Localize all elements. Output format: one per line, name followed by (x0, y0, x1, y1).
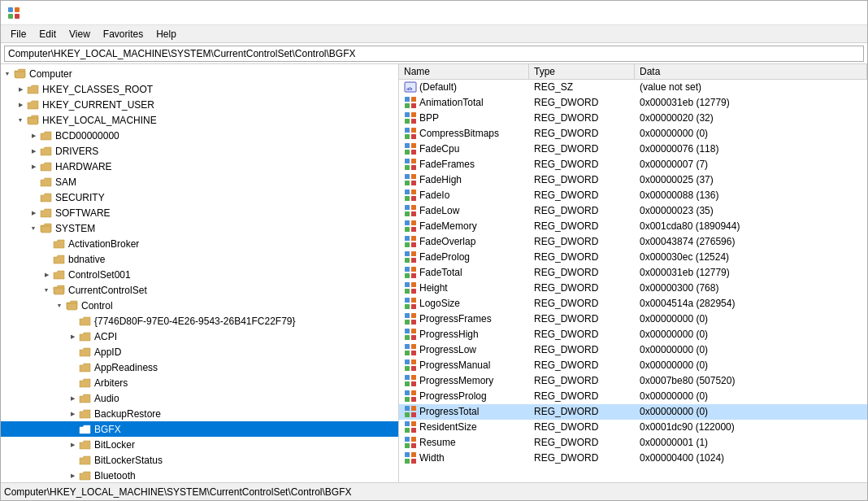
svg-rect-87 (411, 406, 416, 411)
tree-label-activationbroker: ActivationBroker (68, 238, 139, 250)
tree-item-bgfx[interactable]: BGFX (1, 421, 398, 437)
expand-arrow-drivers[interactable]: ▶ (27, 145, 40, 158)
expand-arrow-acpi[interactable]: ▶ (66, 330, 79, 343)
expand-arrow-bdnative[interactable] (40, 253, 53, 266)
col-header-name[interactable]: Name (399, 64, 529, 79)
tree-item-currentcontrolset[interactable]: ▼ CurrentControlSet (1, 282, 398, 298)
detail-row-progressmemory[interactable]: ProgressMemoryREG_DWORD0x0007be80 (50752… (399, 373, 867, 389)
tree-item-bcd[interactable]: ▶ BCD00000000 (1, 128, 398, 143)
maximize-button[interactable] (784, 1, 822, 25)
tree-item-computer[interactable]: ▼ Computer (1, 66, 398, 81)
tree-item-drivers[interactable]: ▶ DRIVERS (1, 143, 398, 159)
detail-row-progressframes[interactable]: ProgressFramesREG_DWORD0x00000000 (0) (399, 311, 867, 327)
tree-item-hkcr[interactable]: ▶ HKEY_CLASSES_ROOT (1, 81, 398, 97)
expand-arrow-hardware[interactable]: ▶ (27, 160, 40, 173)
menu-item-edit[interactable]: Edit (33, 27, 63, 41)
expand-arrow-backuprestore[interactable]: ▶ (66, 407, 79, 420)
expand-arrow-security[interactable] (27, 191, 40, 204)
tree-item-appid[interactable]: AppID (1, 344, 398, 359)
detail-row-progressmanual[interactable]: ProgressManualREG_DWORD0x00000000 (0) (399, 358, 867, 373)
expand-arrow-bgfx[interactable] (66, 423, 79, 436)
detail-row-bpp[interactable]: BPPREG_DWORD0x00000020 (32) (399, 111, 867, 126)
tree-item-bitlocker[interactable]: ▶ BitLocker (1, 437, 398, 452)
detail-row-progresstotal[interactable]: ProgressTotalREG_DWORD0x00000000 (0) (399, 404, 867, 420)
folder-icon-control (66, 300, 79, 311)
detail-row--default-[interactable]: ab (Default)REG_SZ(value not set) (399, 80, 867, 95)
detail-row-residentsize[interactable]: ResidentSizeREG_DWORD0x0001dc90 (122000) (399, 420, 867, 435)
expand-arrow-bitlockerstatus[interactable] (66, 454, 79, 467)
tree-item-activationbroker[interactable]: ActivationBroker (1, 236, 398, 251)
tree-item-hkcu[interactable]: ▶ HKEY_CURRENT_USER (1, 97, 398, 112)
detail-row-fadememory[interactable]: FadeMemoryREG_DWORD0x001cda80 (1890944) (399, 219, 867, 234)
tree-item-arbiters[interactable]: Arbiters (1, 375, 398, 390)
tree-item-control[interactable]: ▼ Control (1, 298, 398, 313)
address-input[interactable] (4, 46, 864, 62)
tree-item-appreadiness[interactable]: AppReadiness (1, 359, 398, 375)
tree-item-sam[interactable]: SAM (1, 174, 398, 190)
expand-arrow-computer[interactable]: ▼ (1, 68, 14, 81)
detail-row-fadelow[interactable]: FadeLowREG_DWORD0x00000023 (35) (399, 203, 867, 219)
detail-row-fadeframes[interactable]: FadeFramesREG_DWORD0x00000007 (7) (399, 157, 867, 172)
detail-row-fadeio[interactable]: FadeIoREG_DWORD0x00000088 (136) (399, 188, 867, 203)
tree-item-bdnative[interactable]: bdnative (1, 251, 398, 267)
expand-arrow-guid[interactable] (66, 315, 79, 328)
expand-arrow-software[interactable]: ▶ (27, 207, 40, 220)
detail-row-compressbitmaps[interactable]: CompressBitmapsREG_DWORD0x00000000 (0) (399, 126, 867, 142)
menu-item-help[interactable]: Help (150, 27, 183, 41)
tree-item-software[interactable]: ▶ SOFTWARE (1, 205, 398, 220)
tree-scroll[interactable]: ▼ Computer▶ HKEY_CLASSES_ROOT▶ HKEY_CURR… (1, 64, 398, 482)
expand-arrow-arbiters[interactable] (66, 377, 79, 390)
menu-item-file[interactable]: File (4, 27, 33, 41)
detail-row-fadehigh[interactable]: FadeHighREG_DWORD0x00000025 (37) (399, 172, 867, 188)
expand-arrow-bitlocker[interactable]: ▶ (66, 438, 79, 451)
expand-arrow-activationbroker[interactable] (40, 237, 53, 250)
detail-row-width[interactable]: WidthREG_DWORD0x00000400 (1024) (399, 451, 867, 466)
tree-item-acpi[interactable]: ▶ ACPI (1, 329, 398, 344)
expand-arrow-hkcr[interactable]: ▶ (14, 83, 27, 96)
detail-row-resume[interactable]: ResumeREG_DWORD0x00000001 (1) (399, 435, 867, 451)
detail-row-logosize[interactable]: LogoSizeREG_DWORD0x0004514a (282954) (399, 296, 867, 311)
detail-row-progresshigh[interactable]: ProgressHighREG_DWORD0x00000000 (0) (399, 327, 867, 342)
tree-item-hardware[interactable]: ▶ HARDWARE (1, 159, 398, 174)
detail-scroll[interactable]: ab (Default)REG_SZ(value not set) Animat… (399, 80, 867, 482)
tree-item-hklm[interactable]: ▼ HKEY_LOCAL_MACHINE (1, 112, 398, 128)
tree-item-security[interactable]: SECURITY (1, 190, 398, 205)
tree-item-backuprestore[interactable]: ▶ BackupRestore (1, 406, 398, 421)
detail-row-fadecpu[interactable]: FadeCpuREG_DWORD0x00000076 (118) (399, 142, 867, 157)
tree-item-ccs001[interactable]: ▶ ControlSet001 (1, 267, 398, 282)
detail-row-fadeprolog[interactable]: FadePrologREG_DWORD0x000030ec (12524) (399, 250, 867, 265)
minimize-button[interactable] (745, 1, 783, 25)
col-header-type[interactable]: Type (529, 64, 635, 79)
expand-arrow-currentcontrolset[interactable]: ▼ (40, 284, 53, 297)
expand-arrow-appreadiness[interactable] (66, 361, 79, 374)
cell-type: REG_DWORD (529, 435, 635, 450)
folder-icon-bcd (40, 130, 53, 142)
detail-row-animationtotal[interactable]: AnimationTotalREG_DWORD0x000031eb (12779… (399, 95, 867, 111)
tree-label-drivers: DRIVERS (55, 146, 98, 157)
menu-item-favorites[interactable]: Favorites (97, 27, 150, 41)
expand-arrow-system[interactable]: ▼ (27, 222, 40, 235)
tree-item-bluetooth[interactable]: ▶ Bluetooth (1, 468, 398, 482)
expand-arrow-ccs001[interactable]: ▶ (40, 268, 53, 281)
expand-arrow-appid[interactable] (66, 346, 79, 359)
detail-row-fadeoverlap[interactable]: FadeOverlapREG_DWORD0x00043874 (276596) (399, 234, 867, 250)
tree-item-audio[interactable]: ▶ Audio (1, 390, 398, 406)
expand-arrow-audio[interactable]: ▶ (66, 392, 79, 405)
tree-item-bitlockerstatus[interactable]: BitLockerStatus (1, 452, 398, 468)
detail-row-height[interactable]: HeightREG_DWORD0x00000300 (768) (399, 281, 867, 296)
expand-arrow-hklm[interactable]: ▼ (14, 114, 27, 127)
expand-arrow-bluetooth[interactable]: ▶ (66, 469, 79, 482)
tree-item-system[interactable]: ▼ SYSTEM (1, 220, 398, 236)
svg-rect-84 (405, 397, 410, 402)
menu-item-view[interactable]: View (63, 27, 97, 41)
expand-arrow-control[interactable]: ▼ (53, 299, 66, 312)
close-button[interactable] (823, 1, 861, 25)
expand-arrow-sam[interactable] (27, 176, 40, 189)
detail-row-fadetotal[interactable]: FadeTotalREG_DWORD0x000031eb (12779) (399, 265, 867, 281)
tree-item-guid[interactable]: {7746D80F-97E0-4E26-9543-26B41FC22F79} (1, 313, 398, 329)
expand-arrow-hkcu[interactable]: ▶ (14, 98, 27, 111)
detail-row-progresslow[interactable]: ProgressLowREG_DWORD0x00000000 (0) (399, 342, 867, 358)
expand-arrow-bcd[interactable]: ▶ (27, 129, 40, 142)
col-header-data[interactable]: Data (635, 64, 867, 79)
detail-row-progressprolog[interactable]: ProgressPrologREG_DWORD0x00000000 (0) (399, 389, 867, 404)
